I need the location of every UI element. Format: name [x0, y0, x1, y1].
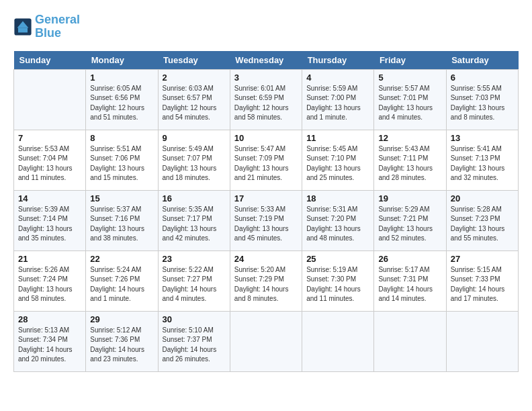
day-number: 18 [306, 193, 369, 203]
day-info: Sunrise: 5:43 AM Sunset: 7:11 PM Dayligh… [378, 144, 441, 183]
day-number: 1 [90, 73, 153, 83]
calendar-cell: 24Sunrise: 5:20 AM Sunset: 7:29 PM Dayli… [230, 250, 302, 311]
day-number: 27 [451, 254, 514, 264]
day-number: 14 [18, 193, 81, 203]
day-info: Sunrise: 5:10 AM Sunset: 7:37 PM Dayligh… [163, 326, 226, 365]
calendar-cell [446, 311, 518, 371]
day-number: 19 [378, 193, 441, 203]
weekday-header-row: SundayMondayTuesdayWednesdayThursdayFrid… [14, 51, 519, 70]
day-info: Sunrise: 5:53 AM Sunset: 7:04 PM Dayligh… [18, 144, 81, 183]
calendar-cell: 21Sunrise: 5:26 AM Sunset: 7:24 PM Dayli… [14, 250, 86, 311]
calendar-cell: 28Sunrise: 5:13 AM Sunset: 7:34 PM Dayli… [14, 311, 86, 371]
calendar-cell: 16Sunrise: 5:35 AM Sunset: 7:17 PM Dayli… [158, 190, 230, 250]
day-info: Sunrise: 5:29 AM Sunset: 7:21 PM Dayligh… [378, 205, 441, 244]
calendar-cell: 22Sunrise: 5:24 AM Sunset: 7:26 PM Dayli… [86, 250, 158, 311]
day-info: Sunrise: 5:19 AM Sunset: 7:30 PM Dayligh… [306, 265, 369, 304]
day-info: Sunrise: 5:59 AM Sunset: 7:00 PM Dayligh… [306, 84, 369, 123]
day-number: 23 [163, 254, 226, 264]
day-number: 13 [451, 133, 514, 143]
weekday-header: Tuesday [158, 51, 230, 70]
calendar-cell: 7Sunrise: 5:53 AM Sunset: 7:04 PM Daylig… [14, 130, 86, 190]
day-number: 10 [234, 133, 298, 143]
weekday-header: Monday [86, 51, 158, 70]
calendar-cell: 25Sunrise: 5:19 AM Sunset: 7:30 PM Dayli… [302, 250, 374, 311]
day-number: 6 [451, 73, 514, 83]
day-number: 24 [234, 254, 298, 264]
logo-icon [13, 17, 32, 36]
calendar-cell: 17Sunrise: 5:33 AM Sunset: 7:19 PM Dayli… [230, 190, 302, 250]
calendar-cell: 8Sunrise: 5:51 AM Sunset: 7:06 PM Daylig… [86, 130, 158, 190]
calendar-cell: 23Sunrise: 5:22 AM Sunset: 7:27 PM Dayli… [158, 250, 230, 311]
day-info: Sunrise: 5:41 AM Sunset: 7:13 PM Dayligh… [451, 144, 514, 183]
weekday-header: Wednesday [230, 51, 302, 70]
day-number: 11 [306, 133, 369, 143]
day-info: Sunrise: 5:17 AM Sunset: 7:31 PM Dayligh… [378, 265, 441, 304]
calendar-cell: 10Sunrise: 5:47 AM Sunset: 7:09 PM Dayli… [230, 130, 302, 190]
calendar-week-row: 1Sunrise: 6:05 AM Sunset: 6:56 PM Daylig… [14, 69, 519, 130]
day-info: Sunrise: 5:26 AM Sunset: 7:24 PM Dayligh… [18, 265, 81, 304]
day-number: 17 [234, 193, 298, 203]
day-info: Sunrise: 6:05 AM Sunset: 6:56 PM Dayligh… [90, 84, 153, 123]
calendar-cell: 11Sunrise: 5:45 AM Sunset: 7:10 PM Dayli… [302, 130, 374, 190]
day-number: 16 [163, 193, 226, 203]
day-info: Sunrise: 5:31 AM Sunset: 7:20 PM Dayligh… [306, 205, 369, 244]
calendar-cell [374, 311, 446, 371]
calendar-cell: 2Sunrise: 6:03 AM Sunset: 6:57 PM Daylig… [158, 69, 230, 130]
day-info: Sunrise: 5:55 AM Sunset: 7:03 PM Dayligh… [451, 84, 514, 123]
calendar-cell: 5Sunrise: 5:57 AM Sunset: 7:01 PM Daylig… [374, 69, 446, 130]
day-info: Sunrise: 5:39 AM Sunset: 7:14 PM Dayligh… [18, 205, 81, 244]
calendar-cell: 12Sunrise: 5:43 AM Sunset: 7:11 PM Dayli… [374, 130, 446, 190]
logo: GeneralBlue [13, 13, 80, 40]
calendar-week-row: 28Sunrise: 5:13 AM Sunset: 7:34 PM Dayli… [14, 311, 519, 371]
day-info: Sunrise: 5:47 AM Sunset: 7:09 PM Dayligh… [234, 144, 298, 183]
day-number: 20 [451, 193, 514, 203]
calendar-cell: 18Sunrise: 5:31 AM Sunset: 7:20 PM Dayli… [302, 190, 374, 250]
day-info: Sunrise: 5:51 AM Sunset: 7:06 PM Dayligh… [90, 144, 153, 183]
calendar-cell [14, 69, 86, 130]
day-number: 30 [163, 314, 226, 324]
day-info: Sunrise: 5:33 AM Sunset: 7:19 PM Dayligh… [234, 205, 298, 244]
day-number: 7 [18, 133, 81, 143]
day-number: 21 [18, 254, 81, 264]
day-info: Sunrise: 6:03 AM Sunset: 6:57 PM Dayligh… [163, 84, 226, 123]
day-info: Sunrise: 5:49 AM Sunset: 7:07 PM Dayligh… [163, 144, 226, 183]
day-number: 12 [378, 133, 441, 143]
calendar-cell [230, 311, 302, 371]
calendar-cell: 27Sunrise: 5:15 AM Sunset: 7:33 PM Dayli… [446, 250, 518, 311]
calendar-cell: 30Sunrise: 5:10 AM Sunset: 7:37 PM Dayli… [158, 311, 230, 371]
svg-rect-2 [18, 28, 28, 32]
calendar-week-row: 7Sunrise: 5:53 AM Sunset: 7:04 PM Daylig… [14, 130, 519, 190]
calendar-cell: 20Sunrise: 5:28 AM Sunset: 7:23 PM Dayli… [446, 190, 518, 250]
weekday-header: Friday [374, 51, 446, 70]
calendar-cell: 14Sunrise: 5:39 AM Sunset: 7:14 PM Dayli… [14, 190, 86, 250]
weekday-header: Saturday [446, 51, 518, 70]
day-number: 15 [90, 193, 153, 203]
calendar-cell: 3Sunrise: 6:01 AM Sunset: 6:59 PM Daylig… [230, 69, 302, 130]
calendar-cell: 1Sunrise: 6:05 AM Sunset: 6:56 PM Daylig… [86, 69, 158, 130]
day-info: Sunrise: 5:37 AM Sunset: 7:16 PM Dayligh… [90, 205, 153, 244]
page-header: GeneralBlue [13, 13, 519, 40]
calendar-cell: 13Sunrise: 5:41 AM Sunset: 7:13 PM Dayli… [446, 130, 518, 190]
day-number: 2 [163, 73, 226, 83]
day-info: Sunrise: 5:15 AM Sunset: 7:33 PM Dayligh… [451, 265, 514, 304]
day-number: 4 [306, 73, 369, 83]
day-info: Sunrise: 6:01 AM Sunset: 6:59 PM Dayligh… [234, 84, 298, 123]
day-info: Sunrise: 5:22 AM Sunset: 7:27 PM Dayligh… [163, 265, 226, 304]
calendar-cell: 6Sunrise: 5:55 AM Sunset: 7:03 PM Daylig… [446, 69, 518, 130]
day-info: Sunrise: 5:20 AM Sunset: 7:29 PM Dayligh… [234, 265, 298, 304]
day-info: Sunrise: 5:28 AM Sunset: 7:23 PM Dayligh… [451, 205, 514, 244]
day-info: Sunrise: 5:57 AM Sunset: 7:01 PM Dayligh… [378, 84, 441, 123]
calendar-cell: 4Sunrise: 5:59 AM Sunset: 7:00 PM Daylig… [302, 69, 374, 130]
day-number: 8 [90, 133, 153, 143]
calendar-cell: 19Sunrise: 5:29 AM Sunset: 7:21 PM Dayli… [374, 190, 446, 250]
calendar-cell: 9Sunrise: 5:49 AM Sunset: 7:07 PM Daylig… [158, 130, 230, 190]
calendar-cell [302, 311, 374, 371]
calendar-week-row: 14Sunrise: 5:39 AM Sunset: 7:14 PM Dayli… [14, 190, 519, 250]
day-number: 9 [163, 133, 226, 143]
calendar-week-row: 21Sunrise: 5:26 AM Sunset: 7:24 PM Dayli… [14, 250, 519, 311]
day-number: 26 [378, 254, 441, 264]
day-info: Sunrise: 5:12 AM Sunset: 7:36 PM Dayligh… [90, 326, 153, 365]
calendar-cell: 15Sunrise: 5:37 AM Sunset: 7:16 PM Dayli… [86, 190, 158, 250]
day-info: Sunrise: 5:45 AM Sunset: 7:10 PM Dayligh… [306, 144, 369, 183]
day-number: 25 [306, 254, 369, 264]
